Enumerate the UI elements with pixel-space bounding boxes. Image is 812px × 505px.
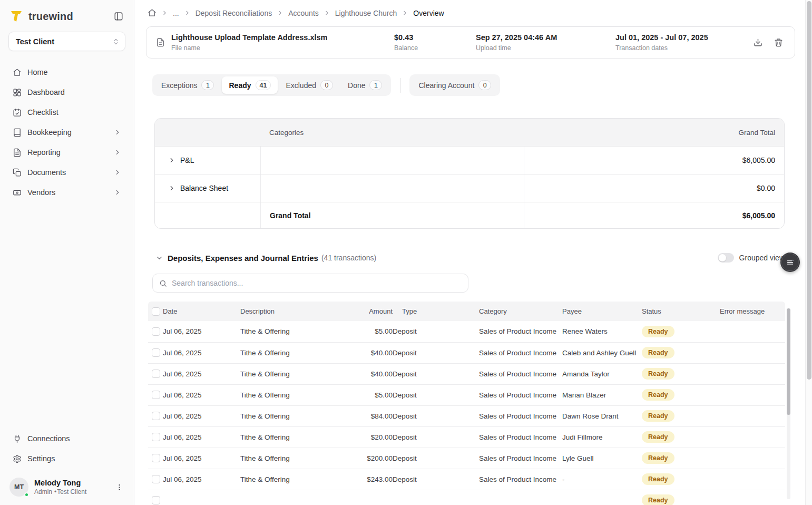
table-scrollbar-track[interactable] <box>787 308 790 499</box>
sidebar-item-vendors[interactable]: Vendors <box>8 183 125 202</box>
cell-category: Sales of Product Income <box>479 363 562 384</box>
category-name: Balance Sheet <box>180 184 228 192</box>
sidebar-item-documents[interactable]: Documents <box>8 163 125 182</box>
expand-chevron-icon[interactable] <box>168 157 175 164</box>
cell-error <box>720 469 785 490</box>
column-header-amount[interactable]: Amount <box>335 302 393 321</box>
row-checkbox[interactable] <box>152 327 160 336</box>
table-row[interactable]: Jul 06, 2025 Tithe & Offering $84.00 Dep… <box>148 405 785 426</box>
column-header-date[interactable]: Date <box>163 302 240 321</box>
cell-category: Sales of Product Income <box>479 469 562 490</box>
column-header-error[interactable]: Error message <box>720 302 785 321</box>
page-scrollbar-thumb[interactable] <box>807 1 811 380</box>
status-badge: Ready <box>642 326 674 337</box>
user-menu-button[interactable] <box>114 481 124 493</box>
cell-error <box>720 384 785 405</box>
file-name-label: File name <box>171 44 328 52</box>
tab-excluded[interactable]: Excluded 0 <box>279 76 340 94</box>
download-icon <box>754 38 762 47</box>
row-checkbox[interactable] <box>152 433 160 441</box>
row-checkbox[interactable] <box>152 370 160 378</box>
balance-label: Balance <box>394 44 476 52</box>
brand-row: truewind <box>8 9 125 23</box>
sidebar-item-reporting[interactable]: Reporting <box>8 143 125 162</box>
transaction-dates-value: Jul 01, 2025 - Jul 07, 2025 <box>615 33 754 43</box>
table-row[interactable]: Jul 06, 2025 Tithe & Offering $40.00 Dep… <box>148 342 785 363</box>
table-row[interactable]: Jul 06, 2025 Tithe & Offering $5.00 Depo… <box>148 321 785 342</box>
truewind-logo-icon <box>9 9 23 23</box>
select-all-checkbox[interactable] <box>152 307 160 316</box>
sidebar-item-home[interactable]: Home <box>8 63 125 82</box>
tab-done[interactable]: Done 1 <box>341 76 389 94</box>
chevron-right-icon <box>277 9 283 16</box>
row-checkbox[interactable] <box>152 391 160 399</box>
cell-amount: $5.00 <box>335 384 393 405</box>
table-row[interactable]: Jul 06, 2025 Tithe & Offering $200.00 De… <box>148 448 785 469</box>
kebab-menu-icon <box>115 483 123 491</box>
sidebar-item-connections[interactable]: Connections <box>8 429 125 448</box>
download-button[interactable] <box>754 38 762 47</box>
transaction-dates-label: Transaction dates <box>615 44 754 52</box>
table-row[interactable]: Jul 06, 2025 Tithe & Offering $243.00 De… <box>148 469 785 490</box>
cell-payee: Caleb and Ashley Guell <box>562 342 642 363</box>
tab-label: Excluded <box>286 81 316 90</box>
client-selector[interactable]: Test Client <box>8 32 125 51</box>
grouped-view-control: Grouped view <box>718 253 785 263</box>
page-scrollbar-track[interactable] <box>805 0 812 505</box>
cell-error <box>720 321 785 342</box>
feedback-fab-button[interactable] <box>780 252 800 272</box>
sidebar-item-bookkeeping[interactable]: Bookkeeping <box>8 123 125 142</box>
dashboard-icon <box>13 88 22 97</box>
sidebar-item-settings[interactable]: Settings <box>8 449 125 468</box>
sidebar-item-checklist[interactable]: Checklist <box>8 103 125 122</box>
expand-chevron-icon[interactable] <box>168 184 175 192</box>
row-checkbox[interactable] <box>152 454 160 462</box>
tab-exceptions[interactable]: Exceptions 1 <box>154 76 221 94</box>
breadcrumb-lighthouse-church[interactable]: Lighthouse Church <box>335 9 397 17</box>
tab-count-badge: 0 <box>320 80 333 90</box>
search-input[interactable] <box>172 279 462 287</box>
file-text-icon <box>13 148 22 157</box>
grouped-view-toggle[interactable] <box>718 253 734 263</box>
column-header-category[interactable]: Category <box>479 302 562 321</box>
category-row-pl[interactable]: P&L $6,005.00 <box>155 146 784 174</box>
row-checkbox[interactable] <box>152 412 160 420</box>
column-header-description[interactable]: Description <box>240 302 335 321</box>
column-header-type[interactable]: Type <box>393 302 479 321</box>
row-checkbox[interactable] <box>152 496 160 504</box>
cell-date: Jul 06, 2025 <box>163 469 240 490</box>
user-profile[interactable]: MT Melody Tong Admin•Test Client <box>8 477 125 498</box>
breadcrumb-deposit-reconciliations[interactable]: Deposit Reconciliations <box>195 9 272 17</box>
sidebar-collapse-button[interactable] <box>113 11 124 22</box>
column-header-payee[interactable]: Payee <box>562 302 642 321</box>
file-name-value: Lighthouse Upload Template Address.xlsm <box>171 33 328 43</box>
table-row[interactable]: Jul 06, 2025 Tithe & Offering $40.00 Dep… <box>148 363 785 384</box>
breadcrumb-home-button[interactable] <box>148 8 156 17</box>
tab-label: Ready <box>229 81 251 90</box>
cell-amount: $84.00 <box>335 405 393 426</box>
tab-clearing-account[interactable]: Clearing Account 0 <box>412 76 498 94</box>
tab-ready[interactable]: Ready 41 <box>222 76 278 94</box>
sidebar-item-dashboard[interactable]: Dashboard <box>8 83 125 102</box>
balance-segment: $0.43 Balance <box>394 33 476 52</box>
column-header-status[interactable]: Status <box>642 302 720 321</box>
user-org-text: Test Client <box>57 488 86 496</box>
table-row[interactable]: Ready <box>148 490 785 505</box>
breadcrumb-accounts[interactable]: Accounts <box>288 9 319 17</box>
section-title: Deposits, Expenses and Journal Entries <box>168 254 318 263</box>
category-row-balance-sheet[interactable]: Balance Sheet $0.00 <box>155 174 784 202</box>
table-scrollbar-thumb[interactable] <box>787 308 790 415</box>
cell-type: Deposit <box>393 384 479 405</box>
cell-amount <box>335 490 393 505</box>
breadcrumb-ellipsis[interactable]: ... <box>173 9 179 17</box>
table-row[interactable]: Jul 06, 2025 Tithe & Offering $20.00 Dep… <box>148 426 785 448</box>
file-actions <box>754 38 785 47</box>
chevron-down-icon[interactable] <box>155 254 163 262</box>
delete-button[interactable] <box>774 38 783 47</box>
chevron-right-icon <box>114 169 121 176</box>
row-checkbox[interactable] <box>152 348 160 357</box>
breadcrumb-overview[interactable]: Overview <box>413 9 444 17</box>
table-row[interactable]: Jul 06, 2025 Tithe & Offering $5.00 Depo… <box>148 384 785 405</box>
row-checkbox[interactable] <box>152 475 160 483</box>
avatar: MT <box>9 478 28 497</box>
